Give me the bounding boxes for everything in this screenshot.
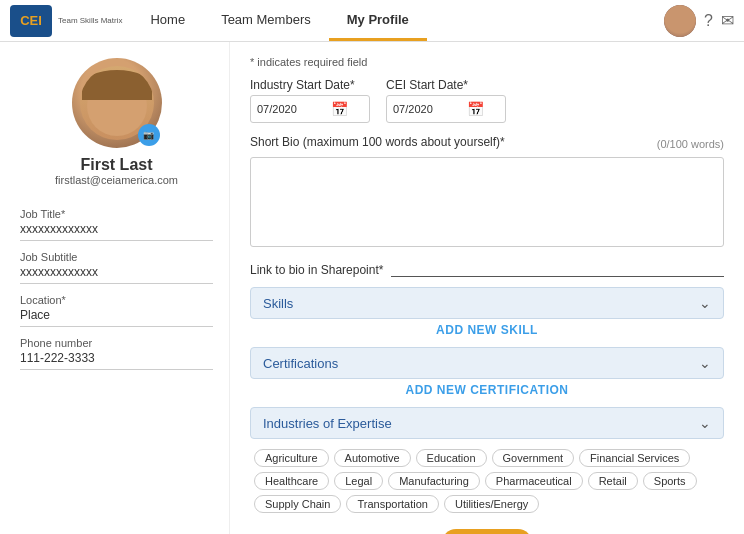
avatar[interactable] [664,5,696,37]
industry-tag[interactable]: Government [492,449,575,467]
industries-section-header[interactable]: Industries of Expertise ⌄ [250,407,724,439]
form-actions: SAVE CANCEL [250,529,724,534]
bio-label: Short Bio (maximum 100 words about yours… [250,135,505,149]
location-value[interactable]: Place [20,308,213,327]
save-button[interactable]: SAVE [442,529,532,534]
left-panel: 📷 First Last firstlast@ceiamerica.com Jo… [0,42,230,534]
profile-pic-wrap: 📷 First Last firstlast@ceiamerica.com [20,58,213,198]
industry-tag[interactable]: Retail [588,472,638,490]
industry-tag[interactable]: Agriculture [254,449,329,467]
help-icon[interactable]: ? [704,12,713,30]
job-title-label: Job Title* [20,208,213,220]
industry-tag[interactable]: Manufacturing [388,472,480,490]
industry-tag[interactable]: Sports [643,472,697,490]
industry-tag[interactable]: Healthcare [254,472,329,490]
profile-name: First Last [80,156,152,174]
job-subtitle-field: Job Subtitle xxxxxxxxxxxxx [20,251,213,284]
add-cert-button[interactable]: ADD NEW CERTIFICATION [406,383,569,397]
industry-start-date-group: Industry Start Date* 📅 [250,78,370,123]
profile-picture-container: 📷 [72,58,162,148]
industry-tag[interactable]: Automotive [334,449,411,467]
cei-start-date-input[interactable] [393,103,463,115]
industries-label: Industries of Expertise [263,416,392,431]
sharepoint-label: Link to bio in Sharepoint* [250,263,383,277]
notifications-icon[interactable]: ✉ [721,11,734,30]
industry-tag[interactable]: Utilities/Energy [444,495,539,513]
job-title-value[interactable]: xxxxxxxxxxxxx [20,222,213,241]
sharepoint-row: Link to bio in Sharepoint* [250,260,724,277]
skills-label: Skills [263,296,293,311]
right-panel: * indicates required field Industry Star… [230,42,744,534]
add-cert-row: ADD NEW CERTIFICATION [250,383,724,397]
avatar-image [664,5,696,37]
location-field: Location* Place [20,294,213,327]
content: 📷 First Last firstlast@ceiamerica.com Jo… [0,42,744,534]
camera-icon: 📷 [143,130,154,140]
industry-tag[interactable]: Transportation [346,495,439,513]
profile-email: firstlast@ceiamerica.com [55,174,178,186]
skills-chevron-icon: ⌄ [699,295,711,311]
skills-section-header[interactable]: Skills ⌄ [250,287,724,319]
sharepoint-input[interactable] [391,260,724,277]
camera-badge[interactable]: 📷 [138,124,160,146]
location-label: Location* [20,294,213,306]
certifications-label: Certifications [263,356,338,371]
tab-team-members[interactable]: Team Members [203,0,329,41]
add-skill-row: ADD NEW SKILL [250,323,724,337]
industry-start-date-label: Industry Start Date* [250,78,370,92]
industry-start-date-input[interactable] [257,103,327,115]
job-subtitle-label: Job Subtitle [20,251,213,263]
logo-icon: CEI [10,5,52,37]
industry-tag[interactable]: Education [416,449,487,467]
industry-tag[interactable]: Financial Services [579,449,690,467]
logo-area: CEI Team Skills Matrix [0,5,132,37]
job-title-field: Job Title* xxxxxxxxxxxxx [20,208,213,241]
certifications-chevron-icon: ⌄ [699,355,711,371]
phone-field: Phone number 111-222-3333 [20,337,213,370]
industry-tag[interactable]: Legal [334,472,383,490]
industry-tag[interactable]: Pharmaceutical [485,472,583,490]
cei-start-date-group: CEI Start Date* 📅 [386,78,506,123]
add-skill-button[interactable]: ADD NEW SKILL [436,323,538,337]
phone-label: Phone number [20,337,213,349]
tab-home[interactable]: Home [132,0,203,41]
header-right: ? ✉ [664,5,744,37]
date-row: Industry Start Date* 📅 CEI Start Date* 📅 [250,78,724,123]
logo-subtitle: Team Skills Matrix [58,16,122,26]
required-note: * indicates required field [250,56,724,68]
header: CEI Team Skills Matrix Home Team Members… [0,0,744,42]
cei-start-date-input-wrap[interactable]: 📅 [386,95,506,123]
industry-tags-container: AgricultureAutomotiveEducationGovernment… [250,443,724,521]
bio-textarea[interactable] [250,157,724,247]
industry-date-calendar-icon[interactable]: 📅 [331,101,348,117]
industry-tag[interactable]: Supply Chain [254,495,341,513]
bio-section: Short Bio (maximum 100 words about yours… [250,135,724,250]
industries-chevron-icon: ⌄ [699,415,711,431]
tab-my-profile[interactable]: My Profile [329,0,427,41]
cei-start-date-label: CEI Start Date* [386,78,506,92]
phone-value[interactable]: 111-222-3333 [20,351,213,370]
bio-wordcount: (0/100 words) [657,138,724,150]
job-subtitle-value[interactable]: xxxxxxxxxxxxx [20,265,213,284]
industry-start-date-input-wrap[interactable]: 📅 [250,95,370,123]
nav-tabs: Home Team Members My Profile [132,0,426,41]
cei-date-calendar-icon[interactable]: 📅 [467,101,484,117]
certifications-section-header[interactable]: Certifications ⌄ [250,347,724,379]
